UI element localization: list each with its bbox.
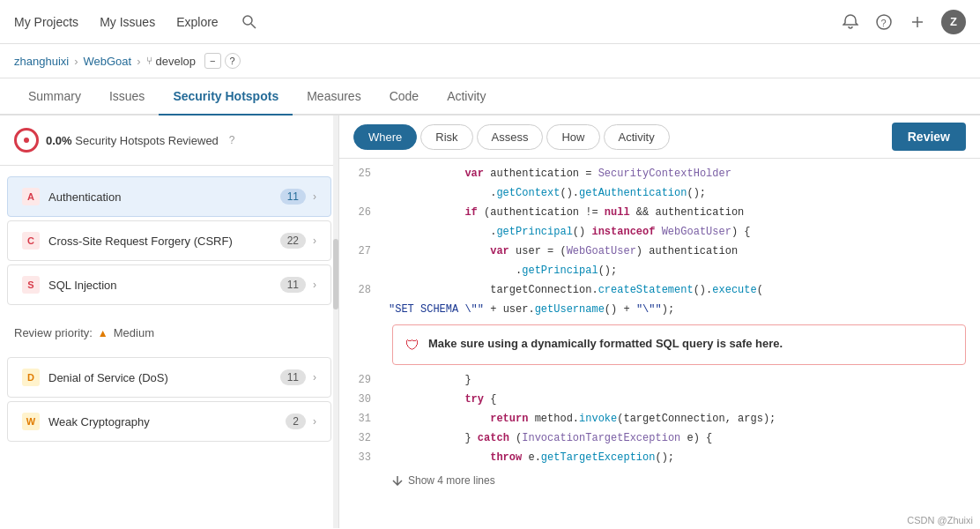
tab-measures[interactable]: Measures	[293, 78, 375, 115]
progress-help-icon[interactable]: ?	[229, 134, 235, 146]
line-num-29: 29	[339, 372, 382, 386]
code-tab-risk[interactable]: Risk	[420, 124, 472, 150]
tab-summary[interactable]: Summary	[14, 78, 95, 115]
branch-help-button[interactable]: ?	[225, 53, 241, 69]
line-code-31: return method.invoke(targetConnection, a…	[382, 411, 980, 427]
progress-circle	[14, 128, 39, 153]
add-icon[interactable]	[908, 12, 927, 32]
code-tab-assess[interactable]: Assess	[477, 124, 544, 150]
breadcrumb-branch-name: develop	[156, 55, 197, 68]
warning-box: 🛡 Make sure using a dynamically formatte…	[392, 324, 966, 365]
cat-name-sql: SQL Injection	[48, 279, 280, 292]
show-more-lines[interactable]: Show 4 more lines	[339, 469, 980, 492]
progress-percent: 0.0%	[46, 134, 72, 147]
cat-chevron-csrf: ›	[313, 235, 316, 247]
branch-minus-button[interactable]: −	[204, 53, 220, 69]
code-tab-where[interactable]: Where	[353, 124, 417, 150]
code-line-28: 28 targetConnection.createStatement().ex…	[339, 282, 980, 302]
right-panel: Where Risk Assess How Activity Review 25…	[339, 115, 980, 528]
sub-nav: Summary Issues Security Hotspots Measure…	[0, 78, 980, 115]
line-num-28b	[339, 302, 382, 303]
cat-count-sql: 11	[280, 277, 306, 293]
breadcrumb-actions: − ?	[204, 53, 240, 69]
scrollbar-track[interactable]	[333, 115, 338, 528]
tab-code[interactable]: Code	[375, 78, 433, 115]
category-csrf[interactable]: C Cross-Site Request Forgery (CSRF) 22 ›	[7, 220, 331, 261]
breadcrumb-sep-1: ›	[74, 55, 78, 68]
line-code-26: if (authentication != null && authentica…	[382, 205, 980, 220]
breadcrumb-project[interactable]: WebGoat	[84, 55, 132, 68]
code-line-26b: .getPrincipal() instanceof WebGoatUser) …	[339, 224, 980, 243]
cat-name-csrf: Cross-Site Request Forgery (CSRF)	[48, 235, 280, 248]
cat-name-dos: Denial of Service (DoS)	[48, 371, 280, 384]
top-nav-right: ? Z	[841, 10, 966, 34]
line-code-28: targetConnection.createStatement().execu…	[382, 282, 980, 298]
priority-up-icon: ▲	[98, 327, 108, 339]
avatar[interactable]: Z	[941, 10, 966, 34]
category-dos[interactable]: D Denial of Service (DoS) 11 ›	[7, 357, 331, 398]
code-line-25: 25 var authentication = SecurityContextH…	[339, 166, 980, 185]
category-weak-crypto[interactable]: W Weak Cryptography 2 ›	[7, 401, 331, 442]
main-content: 0.0% Security Hotspots Reviewed ? A Auth…	[0, 115, 980, 528]
code-area: 25 var authentication = SecurityContextH…	[339, 159, 980, 528]
progress-text: Security Hotspots Reviewed	[75, 134, 219, 147]
search-icon[interactable]	[240, 12, 259, 32]
tab-issues[interactable]: Issues	[95, 78, 159, 115]
code-line-27b: .getPrincipal();	[339, 263, 980, 282]
code-tabs: Where Risk Assess How Activity Review	[339, 115, 980, 159]
line-num-27: 27	[339, 243, 382, 257]
nav-my-projects[interactable]: My Projects	[14, 15, 78, 29]
code-tab-activity[interactable]: Activity	[604, 124, 670, 150]
cat-name-weak-crypto: Weak Cryptography	[48, 415, 286, 428]
line-code-27b: .getPrincipal();	[382, 263, 980, 279]
svg-point-0	[243, 16, 252, 25]
svg-line-1	[251, 24, 256, 28]
line-code-32: } catch (InvocationTargetException e) {	[382, 430, 980, 446]
code-line-30: 30 try {	[339, 391, 980, 411]
cat-chevron-sql: ›	[313, 279, 316, 291]
cat-icon-sql: S	[22, 276, 40, 294]
line-code-25: var authentication = SecurityContextHold…	[382, 166, 980, 182]
code-line-25b: .getContext().getAuthentication();	[339, 185, 980, 205]
code-line-32: 32 } catch (InvocationTargetException e)…	[339, 430, 980, 450]
cat-icon-dos: D	[22, 369, 40, 386]
line-code-25b: .getContext().getAuthentication();	[382, 185, 980, 201]
line-num-26b	[339, 224, 382, 226]
cat-count-weak-crypto: 2	[286, 414, 306, 429]
line-num-31: 31	[339, 411, 382, 425]
cat-chevron-weak-crypto: ›	[313, 415, 316, 428]
cat-count-dos: 11	[280, 369, 306, 385]
breadcrumb-sep-2: ›	[137, 55, 140, 68]
notifications-icon[interactable]	[841, 12, 860, 32]
category-list-high: A Authentication 11 › C Cross-Site Reque…	[0, 166, 338, 316]
review-priority-label: Review priority:	[14, 326, 93, 339]
cat-count-authentication: 11	[280, 189, 306, 205]
line-num-27b	[339, 263, 382, 264]
category-sql-injection[interactable]: S SQL Injection 11 ›	[7, 264, 331, 305]
review-button[interactable]: Review	[892, 123, 966, 151]
line-num-25b	[339, 185, 382, 187]
nav-explore[interactable]: Explore	[176, 15, 218, 29]
hotspots-reviewed-header: 0.0% Security Hotspots Reviewed ?	[0, 115, 338, 166]
code-tab-how[interactable]: How	[546, 124, 599, 150]
cat-chevron-authentication: ›	[313, 190, 316, 203]
line-num-28: 28	[339, 282, 382, 296]
cat-chevron-dos: ›	[313, 371, 316, 384]
code-tabs-left: Where Risk Assess How Activity	[353, 124, 670, 150]
scrollbar-thumb[interactable]	[333, 239, 338, 309]
cat-icon-authentication: A	[22, 188, 40, 205]
warning-text: Make sure using a dynamically formatted …	[428, 336, 783, 352]
line-num-30: 30	[339, 391, 382, 406]
help-icon[interactable]: ?	[874, 12, 894, 32]
cat-icon-csrf: C	[22, 232, 40, 250]
nav-my-issues[interactable]: My Issues	[100, 15, 155, 29]
tab-security-hotspots[interactable]: Security Hotspots	[159, 78, 293, 115]
line-num-32: 32	[339, 430, 382, 444]
category-authentication[interactable]: A Authentication 11 ›	[7, 176, 331, 217]
breadcrumb-user[interactable]: zhanghuixi	[14, 55, 69, 68]
tab-activity[interactable]: Activity	[433, 78, 500, 115]
line-num-25: 25	[339, 166, 382, 180]
line-code-30: try {	[382, 391, 980, 407]
code-line-28b: "SET SCHEMA \"" + user.getUsername() + "…	[339, 302, 980, 321]
line-code-26b: .getPrincipal() instanceof WebGoatUser) …	[382, 224, 980, 240]
